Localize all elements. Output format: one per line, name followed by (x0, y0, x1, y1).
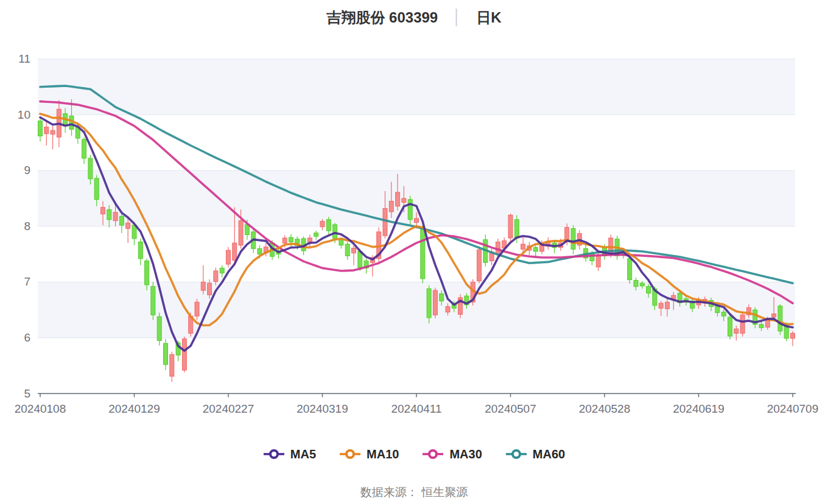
candle[interactable] (740, 312, 745, 337)
x-axis-tick-label: 20240319 (296, 402, 348, 415)
legend-ma10-marker-icon (339, 449, 361, 460)
candle-body (446, 307, 450, 312)
legend-item-ma30[interactable]: MA30 (422, 447, 482, 461)
candle-body (145, 261, 149, 285)
candle-body (220, 268, 224, 273)
candle-body (320, 222, 325, 227)
candle[interactable] (433, 287, 437, 318)
legend-label: MA60 (533, 447, 565, 461)
candle[interactable] (151, 282, 155, 320)
legend-label: MA5 (290, 447, 316, 461)
candle-body (596, 256, 600, 267)
data-source-note: 数据来源： 恒生聚源 (0, 485, 828, 500)
candle-body (533, 248, 538, 251)
candle-body (107, 209, 111, 219)
candle-body (138, 242, 142, 258)
plot-band (38, 338, 795, 394)
candle-body (208, 283, 212, 295)
candle-body (759, 324, 763, 327)
candle-body (508, 215, 513, 238)
candle-body (514, 220, 519, 238)
candle-body (408, 200, 412, 220)
candle-body (352, 248, 356, 253)
y-axis-tick-label: 10 (18, 108, 30, 121)
candle-body (339, 240, 343, 245)
candle[interactable] (157, 313, 161, 346)
candle-body (571, 228, 575, 249)
candle[interactable] (182, 337, 186, 373)
candle-body (258, 248, 262, 254)
candle-body (38, 121, 43, 136)
candle[interactable] (427, 285, 431, 323)
candle-body (778, 306, 782, 331)
candle-body (659, 303, 663, 308)
candle[interactable] (477, 247, 482, 283)
candle-body (314, 233, 318, 236)
candle-body (282, 238, 287, 243)
candle-body (157, 317, 161, 340)
candle-body (233, 243, 237, 260)
candle-body (521, 244, 525, 249)
legend-label: MA10 (367, 447, 399, 461)
x-axis-tick-label: 20240619 (673, 402, 724, 415)
candle-body (82, 139, 86, 158)
candle[interactable] (778, 304, 782, 335)
y-axis-tick-label: 5 (24, 387, 30, 400)
y-axis-tick-label: 8 (24, 220, 30, 233)
candle-body (101, 208, 105, 214)
candle-body (345, 244, 349, 256)
candle-body (226, 250, 231, 264)
candle-body (634, 281, 638, 287)
candle[interactable] (421, 225, 425, 283)
candle-body (333, 225, 337, 239)
x-axis-tick-label: 20240507 (485, 402, 536, 415)
candle-body (383, 208, 387, 236)
plot-band (38, 115, 795, 171)
candle-body (772, 314, 776, 317)
x-axis-tick-label: 20240129 (108, 402, 160, 415)
candle-body (239, 221, 243, 245)
candle-body (415, 219, 419, 222)
x-axis-tick-label: 20240227 (203, 402, 254, 415)
candle-body (326, 220, 331, 231)
candle-body (214, 271, 218, 281)
x-axis-tick-label: 20240108 (15, 402, 66, 415)
candle[interactable] (508, 214, 513, 242)
candle-body (94, 178, 99, 200)
legend: MA5MA10MA30MA60 (0, 444, 828, 464)
y-axis-tick-label: 6 (24, 331, 30, 344)
candle-body (113, 212, 118, 221)
x-axis-tick-label: 20240411 (391, 402, 441, 415)
candle-body (51, 130, 55, 134)
candle[interactable] (226, 247, 231, 268)
candle-body (389, 201, 393, 212)
candle-body (433, 290, 437, 315)
candle-body (396, 192, 400, 206)
candle-body (126, 223, 130, 228)
y-axis-tick-label: 11 (18, 52, 30, 65)
candle[interactable] (728, 314, 732, 339)
x-axis-tick-label: 20240709 (767, 402, 819, 415)
candle-body (427, 289, 431, 318)
candle-body (201, 282, 205, 290)
legend-item-ma60[interactable]: MA60 (505, 447, 565, 461)
y-axis-tick-label: 9 (24, 164, 30, 177)
candle-body (195, 302, 199, 316)
candle-body (88, 158, 93, 179)
legend-item-ma10[interactable]: MA10 (339, 447, 399, 461)
kline-chart-canvas[interactable]: 1110987652024010820240129202402272024031… (0, 0, 828, 432)
candle-body (728, 317, 732, 336)
candle-body (289, 237, 293, 242)
candle-body (740, 315, 745, 333)
candle-body (628, 259, 632, 280)
x-axis-tick-label: 20240528 (579, 402, 631, 415)
candle-body (665, 302, 670, 309)
candle-body (421, 228, 425, 278)
candle-body (765, 320, 770, 327)
legend-ma5-marker-icon (263, 449, 285, 460)
candle-body (402, 198, 406, 202)
legend-item-ma5[interactable]: MA5 (263, 447, 316, 461)
candle-body (245, 225, 249, 234)
candle-body (182, 339, 186, 370)
candle-body (647, 287, 651, 293)
